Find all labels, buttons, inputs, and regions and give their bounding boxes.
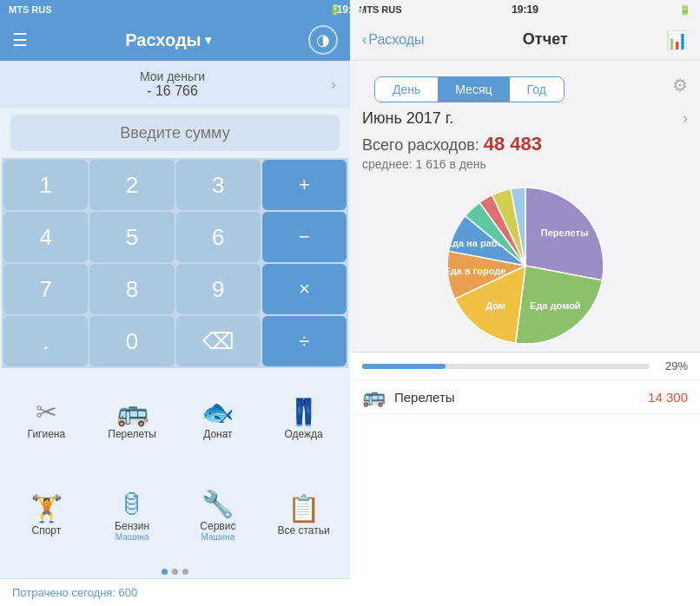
- cat-label-2: Донат: [203, 428, 232, 440]
- cat-icon-4: 🏋: [30, 496, 63, 522]
- bottom-list: 29% 🚌 Перелеты 14 300: [350, 352, 700, 606]
- progress-pct: 29%: [657, 359, 688, 372]
- right-header-icon[interactable]: ◑: [308, 25, 338, 55]
- cat-label-5: Бензин: [115, 520, 149, 532]
- cat-icon-0: ✂: [36, 399, 57, 425]
- cat-sub-6: Машина: [201, 532, 235, 542]
- cat-item-0[interactable]: ✂Гигиена: [3, 372, 89, 464]
- categories-grid: ✂Гигиена🚌Перелеты🐟Донат👖Одежда🏋Спорт🛢Бен…: [0, 368, 350, 565]
- right-header: ‹ Расходы Отчет 📊: [350, 19, 700, 61]
- gear-icon[interactable]: ⚙: [672, 75, 688, 96]
- cat-label-1: Перелеты: [108, 428, 156, 440]
- item-name-perelet: Перелеты: [394, 390, 639, 405]
- numpad-btn-6[interactable]: 6: [176, 212, 261, 262]
- numpad-btn-x[interactable]: ⌫: [176, 316, 261, 366]
- right-time: 19:19: [350, 3, 700, 16]
- dot-2: [182, 569, 188, 575]
- back-label: Расходы: [368, 32, 424, 48]
- period-name: Июнь 2017 г.: [362, 109, 453, 128]
- page-title: Отчет: [432, 30, 659, 49]
- dot-0: [162, 569, 168, 575]
- left-title-arrow[interactable]: ▾: [205, 33, 211, 47]
- left-panel: MTS RUS 19:18 🔋 ☰ Расходы ▾ ◑ Мои деньги…: [0, 0, 350, 606]
- back-chevron-icon: ‹: [362, 32, 367, 48]
- avg-line: среднее: 1 616 в день: [362, 157, 688, 171]
- cat-icon-6: 🔧: [201, 491, 234, 517]
- menu-icon[interactable]: ☰: [12, 30, 28, 50]
- numpad-btn-4[interactable]: 4: [3, 212, 88, 262]
- numpad-btn-8[interactable]: 8: [89, 264, 174, 314]
- cat-item-1[interactable]: 🚌Перелеты: [89, 372, 175, 464]
- amount-input[interactable]: [10, 124, 340, 142]
- pie-label-Дом: Дом: [485, 300, 505, 311]
- numpad-btn-0[interactable]: 0: [89, 316, 174, 366]
- dot-1: [172, 569, 178, 575]
- numpad-btn-2[interactable]: 2: [89, 160, 174, 210]
- period-tabs: ДеньМесяцГод: [374, 76, 565, 102]
- cat-item-3[interactable]: 👖Одежда: [261, 372, 347, 464]
- cat-label-4: Спорт: [32, 524, 62, 537]
- period-tab-месяц[interactable]: Месяц: [438, 77, 509, 102]
- cat-label-3: Одежда: [284, 428, 322, 440]
- page-dots: [0, 565, 350, 578]
- progress-bar-wrap: [362, 364, 650, 369]
- cat-item-6[interactable]: 🔧СервисМашина: [175, 464, 261, 565]
- cat-item-2[interactable]: 🐟Донат: [175, 372, 261, 464]
- cat-item-7[interactable]: 📋Все статьи: [261, 464, 347, 565]
- pie-label-Перелеты: Перелеты: [540, 227, 587, 238]
- left-title-text: Расходы: [125, 30, 201, 50]
- left-status-bar: MTS RUS 19:18 🔋: [0, 0, 350, 19]
- cat-item-5[interactable]: 🛢БензинМашина: [89, 464, 175, 565]
- numpad: 123+456−789×.0⌫÷: [2, 158, 348, 368]
- bus-icon: 🚌: [362, 385, 386, 408]
- cat-label-7: Все статьи: [278, 524, 330, 537]
- numpad-btn-x[interactable]: .: [3, 316, 88, 366]
- pie-container: ПерелетыЕда домойДомЕда в городеЕда на р…: [350, 171, 700, 352]
- back-button[interactable]: ‹ Расходы: [362, 32, 425, 48]
- pie-label-Еда домой: Еда домой: [530, 300, 581, 311]
- progress-bar-row: 29%: [350, 352, 700, 380]
- left-time: 19:18: [0, 3, 350, 16]
- money-amount: - 16 766: [14, 83, 331, 99]
- cat-item-4[interactable]: 🏋Спорт: [3, 464, 89, 565]
- period-tab-день[interactable]: День: [375, 77, 438, 102]
- total-line: Всего расходов: 48 483: [362, 133, 688, 155]
- list-item-perelet[interactable]: 🚌 Перелеты 14 300: [350, 380, 700, 414]
- cat-icon-7: 📋: [287, 496, 320, 522]
- numpad-btn-x[interactable]: −: [262, 212, 347, 262]
- right-status-bar: MTS RUS 19:19 🔋: [350, 0, 700, 19]
- pie-chart: ПерелетыЕда домойДомЕда в городеЕда на р…: [426, 175, 625, 348]
- my-money-row[interactable]: Мои деньги - 16 766 ›: [0, 61, 350, 108]
- money-info: Мои деньги - 16 766: [14, 69, 331, 99]
- bottom-bar: Потрачено сегодня: 600: [0, 578, 350, 606]
- cat-sub-5: Машина: [116, 532, 149, 542]
- progress-bar-fill: [362, 364, 446, 369]
- period-chevron: ›: [683, 109, 688, 128]
- pie-label-Еда в городе: Еда в городе: [444, 266, 505, 276]
- period-row[interactable]: Июнь 2017 г. ›: [350, 102, 700, 128]
- avg-value-text: 1 616 в день: [416, 157, 486, 171]
- numpad-btn-9[interactable]: 9: [176, 264, 261, 314]
- cat-icon-1: 🚌: [116, 399, 149, 425]
- cat-label-6: Сервис: [200, 520, 235, 532]
- period-tab-год[interactable]: Год: [510, 77, 564, 102]
- right-panel: MTS RUS 19:19 🔋 ‹ Расходы Отчет 📊 ДеньМе…: [350, 0, 700, 606]
- tabs-row: ДеньМесяцГод ⚙: [350, 61, 700, 102]
- numpad-btn-7[interactable]: 7: [3, 264, 88, 314]
- numpad-btn-x[interactable]: ×: [262, 264, 347, 314]
- total-section: Всего расходов: 48 483 среднее: 1 616 в …: [350, 128, 700, 171]
- cat-icon-3: 👖: [287, 399, 320, 425]
- cat-icon-5: 🛢: [119, 491, 145, 517]
- numpad-btn-x[interactable]: +: [262, 160, 347, 210]
- cat-label-0: Гигиена: [28, 428, 66, 440]
- money-chevron: ›: [331, 76, 336, 94]
- numpad-btn-5[interactable]: 5: [89, 212, 174, 262]
- cat-icon-2: 🐟: [201, 399, 234, 425]
- left-header: ☰ Расходы ▾ ◑: [0, 19, 350, 61]
- avg-label: среднее:: [362, 157, 413, 171]
- numpad-btn-1[interactable]: 1: [3, 160, 88, 210]
- total-label: Всего расходов:: [362, 136, 479, 154]
- chart-icon[interactable]: 📊: [666, 30, 688, 50]
- numpad-btn-x[interactable]: ÷: [262, 316, 347, 366]
- numpad-btn-3[interactable]: 3: [176, 160, 261, 210]
